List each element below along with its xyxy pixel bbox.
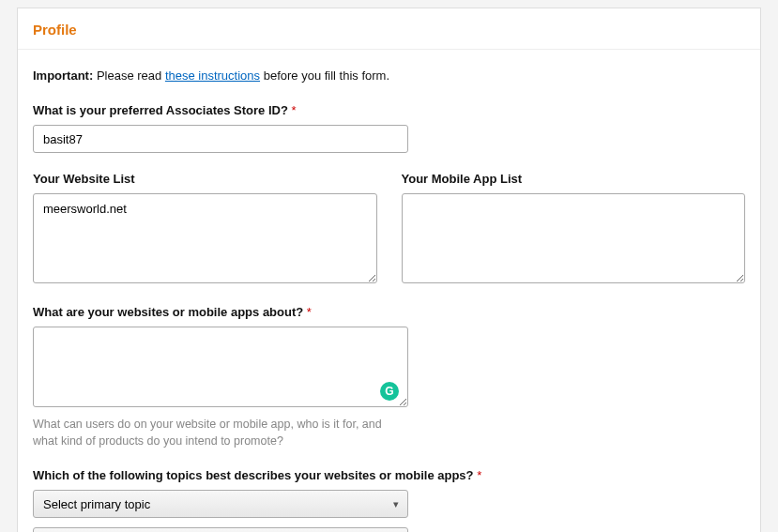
about-textarea-wrap: G (33, 327, 408, 410)
primary-topic-select[interactable]: Select primary topic (33, 490, 408, 518)
required-marker: * (307, 305, 312, 319)
secondary-topic-wrap: Select secondary topic (33, 527, 408, 532)
lists-row: Your Website List meersworld.net Your Mo… (33, 172, 745, 286)
important-before: Please read (93, 68, 165, 83)
mobile-list-col: Your Mobile App List (402, 172, 746, 286)
mobile-list-label: Your Mobile App List (402, 172, 746, 186)
about-textarea[interactable] (33, 327, 408, 407)
important-bold: Important: (33, 68, 93, 83)
store-id-group: What is your preferred Associates Store … (33, 103, 745, 153)
instructions-link[interactable]: these instructions (165, 68, 260, 83)
secondary-topic-row: Select secondary topic Add Another Topic (33, 527, 745, 532)
primary-topic-wrap: Select primary topic (33, 490, 408, 518)
about-hint: What can users do on your website or mob… (33, 417, 408, 449)
about-label: What are your websites or mobile apps ab… (33, 305, 745, 319)
important-after: before you fill this form. (260, 68, 389, 83)
divider (18, 49, 760, 50)
topics-label-text: Which of the following topics best descr… (33, 468, 477, 482)
about-group: What are your websites or mobile apps ab… (33, 305, 745, 449)
website-list-label: Your Website List (33, 172, 377, 186)
store-id-input[interactable] (33, 125, 408, 153)
important-notice: Important: Please read these instruction… (33, 68, 745, 83)
grammarly-icon[interactable]: G (380, 382, 399, 401)
required-marker: * (291, 103, 296, 117)
store-id-label-text: What is your preferred Associates Store … (33, 103, 291, 117)
store-id-label: What is your preferred Associates Store … (33, 103, 745, 117)
required-marker: * (477, 468, 481, 482)
topics-group: Which of the following topics best descr… (33, 468, 745, 532)
topics-label: Which of the following topics best descr… (33, 468, 745, 482)
profile-panel: Profile Important: Please read these ins… (17, 8, 761, 532)
primary-topic-row: Select primary topic (33, 490, 745, 518)
website-list-textarea[interactable]: meersworld.net (33, 193, 377, 283)
website-list-col: Your Website List meersworld.net (33, 172, 377, 286)
about-hint-line2: what kind of products do you intend to p… (33, 434, 283, 448)
about-label-text: What are your websites or mobile apps ab… (33, 305, 307, 319)
secondary-topic-select[interactable]: Select secondary topic (33, 527, 408, 532)
mobile-list-textarea[interactable] (402, 193, 746, 283)
panel-title: Profile (33, 22, 745, 49)
about-hint-line1: What can users do on your website or mob… (33, 418, 382, 431)
